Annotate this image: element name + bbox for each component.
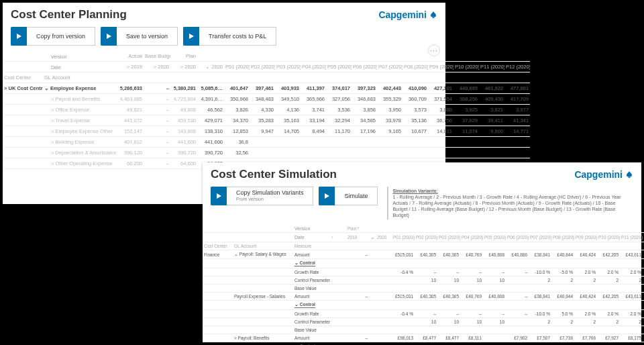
year-toggle[interactable]: > 2020	[144, 62, 170, 72]
period-col[interactable]: P12 (2020)	[504, 62, 530, 72]
year-2020[interactable]: 2020	[369, 233, 392, 242]
simulation-grid: VersionPlan * Date 2019 2020 P01 (2020) …	[203, 225, 644, 345]
play-icon	[11, 27, 27, 46]
spade-icon	[625, 170, 633, 179]
table-row[interactable]: Growth Rate-0.4 %–––––-10.0 %5.0 %2.0 %2…	[203, 310, 644, 318]
period-col[interactable]: P11 (2020)	[620, 233, 643, 242]
measure-header: Measure	[293, 242, 330, 250]
period-col[interactable]: P06 (2020)	[506, 233, 529, 242]
gl-account-header: GL Account	[43, 72, 117, 83]
gl-account-header: GL Account	[233, 242, 293, 250]
play-icon	[183, 27, 199, 46]
table-row[interactable]: ⌄ Control	[203, 301, 644, 310]
table-row[interactable]: > Office Expense49,821–49,86846,5623,826…	[3, 105, 530, 115]
period-col[interactable]: P10 (2020)	[597, 233, 620, 242]
year-toggle[interactable]: > 2020	[170, 62, 197, 72]
page-title: Cost Center Simulation	[211, 168, 337, 181]
table-row[interactable]: > Payroll and Benefits4,463,985–4,723,86…	[3, 94, 530, 105]
col-actual[interactable]: Actual	[117, 51, 144, 62]
year-toggle[interactable]: > 2019	[117, 62, 144, 72]
period-col[interactable]: P01 (2020)	[224, 62, 250, 72]
period-col[interactable]: P03 (2020)	[275, 62, 301, 72]
table-row[interactable]: Finance⌄ Payroll: Salary & WagesAmount–£…	[203, 250, 644, 259]
year-toggle[interactable]	[330, 233, 346, 242]
period-col[interactable]: P08 (2020)	[402, 62, 428, 72]
period-col[interactable]: P06 (2020)	[352, 62, 377, 72]
period-col[interactable]: P09 (2020)	[574, 233, 597, 242]
period-col[interactable]: P09 (2020)	[428, 62, 453, 72]
simulate-button[interactable]: Simulate	[319, 187, 378, 205]
cost-center-simulation-panel: Cost Center Simulation Capgemini Copy Si…	[203, 162, 641, 342]
table-row[interactable]: Control Parameter1010101022222222	[203, 277, 644, 285]
transfer-costs-button[interactable]: Transfer costs to P&L	[183, 27, 276, 46]
table-row[interactable]: Payroll Expense - SalariesAmount–£515,03…	[203, 293, 644, 301]
date-label: Date	[293, 233, 330, 242]
table-row[interactable]: Control Parameter1010101022222222	[203, 318, 644, 326]
period-col[interactable]: P03 (2020)	[437, 233, 460, 242]
period-col[interactable]: P11 (2020)	[479, 62, 504, 72]
period-col[interactable]: P10 (2020)	[453, 62, 479, 72]
cost-center-header: Cost Center	[3, 72, 43, 83]
copy-simulation-variants-button[interactable]: Copy Simulation VariantsFrom version	[211, 187, 313, 205]
period-col[interactable]: P07 (2020)	[529, 233, 551, 242]
period-col[interactable]: P02 (2020)	[415, 233, 437, 242]
period-col[interactable]: P05 (2020)	[326, 62, 352, 72]
table-row[interactable]: > Depreciation & Amortization390,120–390…	[3, 148, 530, 158]
col-base-budget[interactable]: Base Budget	[144, 51, 170, 62]
cost-center-header: Cost Center	[203, 242, 233, 250]
play-icon	[211, 187, 227, 205]
version-label: Version	[43, 51, 117, 62]
simulation-variants-text: Simulation Variants:1 - Rolling Average …	[387, 187, 633, 219]
copy-from-version-button[interactable]: Copy from version	[11, 27, 95, 46]
table-row[interactable]: ⌄ Control	[203, 259, 644, 268]
table-row[interactable]: Growth Rate-0.4 %–––––-10.0 %-5.0 %2.0 %…	[203, 268, 644, 277]
page-title: Cost Center Planning	[11, 8, 127, 21]
planning-grid: Version Actual Base Budget Plan Date > 2…	[3, 51, 530, 169]
table-row[interactable]: ⌄ Control	[203, 342, 644, 345]
period-col[interactable]: P07 (2020)	[377, 62, 402, 72]
year-2019[interactable]: 2019	[346, 233, 369, 242]
plan-label: Plan *	[346, 225, 392, 233]
brand-logo: Capgemini	[378, 9, 437, 20]
period-col[interactable]: P02 (2020)	[250, 62, 275, 72]
col-plan[interactable]: Plan	[170, 51, 197, 62]
table-row[interactable]: > Employee Expense Other152,147–143,8681…	[3, 126, 530, 137]
period-col[interactable]: P08 (2020)	[551, 233, 574, 242]
period-col[interactable]: P05 (2020)	[483, 233, 506, 242]
period-col[interactable]: P04 (2020)	[460, 233, 483, 242]
table-row[interactable]: Base Value	[203, 326, 644, 334]
period-col[interactable]: P01 (2020)	[392, 233, 415, 242]
spade-icon	[429, 11, 437, 19]
table-row[interactable]: > Payroll: BenefitsAmount–£98,013£8,477£…	[203, 334, 644, 342]
date-label: Date	[43, 62, 117, 72]
table-row[interactable]: > Travel Expense441,072–459,530429,07134…	[3, 115, 530, 126]
brand-logo: Capgemini	[574, 169, 633, 180]
save-to-version-button[interactable]: Save to version	[101, 27, 178, 46]
year-toggle[interactable]: ⌄ 2020	[197, 62, 224, 72]
version-label: Version	[293, 225, 330, 233]
play-icon	[319, 187, 335, 205]
summary-row[interactable]: > UK Cost Centres⌄ Employee Expense5,286…	[3, 83, 530, 94]
period-col[interactable]: P04 (2020)	[301, 62, 326, 72]
table-row[interactable]: > Building Expense407,812–441,600441,600…	[3, 137, 530, 148]
brand-text: Capgemini	[574, 169, 623, 180]
more-menu-button[interactable]: ···	[428, 44, 440, 56]
table-row[interactable]: Base Value	[203, 285, 644, 293]
brand-text: Capgemini	[378, 9, 427, 20]
play-icon	[101, 27, 117, 46]
